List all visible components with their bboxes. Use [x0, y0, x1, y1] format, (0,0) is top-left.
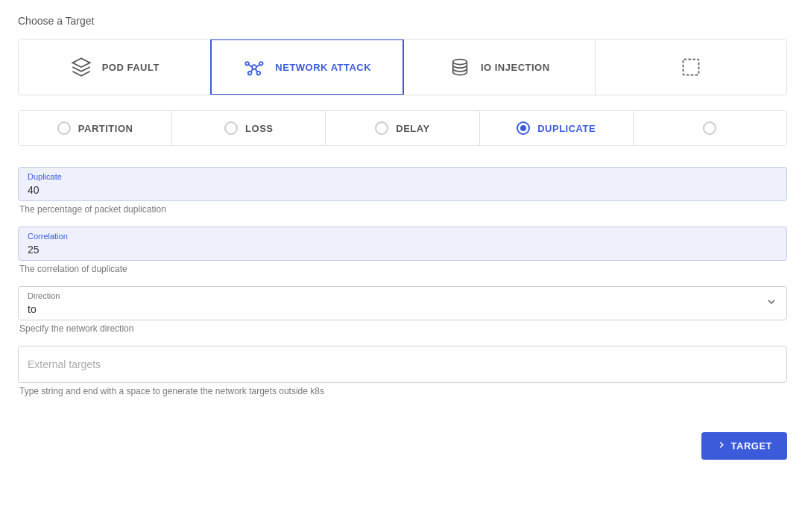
attack-type-loss[interactable]: LOSS [172, 111, 326, 145]
target-cards: POD FAULT NETWORK ATTACK [18, 39, 787, 95]
duplicate-hint: The percentage of packet duplication [18, 204, 787, 215]
attack-type-extra[interactable] [634, 111, 786, 145]
radio-loss [224, 121, 238, 135]
radio-partition [57, 121, 71, 135]
target-card-network-attack-label: NETWORK ATTACK [275, 62, 371, 73]
correlation-label: Correlation [28, 232, 68, 241]
target-card-pod-fault[interactable]: POD FAULT [19, 39, 211, 95]
external-targets-input[interactable] [18, 346, 787, 383]
direction-field-group: Direction to from both Specify the netwo… [18, 286, 787, 334]
duplicate-field-group: Duplicate The percentage of packet dupli… [18, 167, 787, 215]
next-target-button[interactable]: TARGET [701, 432, 787, 460]
bottom-bar: TARGET [18, 423, 787, 460]
external-targets-hint: Type string and end with a space to gene… [18, 386, 787, 396]
duplicate-label: Duplicate [28, 172, 62, 181]
attack-type-loss-label: LOSS [245, 123, 273, 134]
svg-point-9 [453, 60, 467, 65]
target-card-pod-fault-label: POD FAULT [102, 62, 160, 73]
attack-type-duplicate[interactable]: DUPLICATE [480, 111, 634, 145]
page-title: Choose a Target [18, 15, 787, 27]
radio-duplicate [517, 121, 530, 135]
attack-type-delay[interactable]: DELAY [326, 111, 479, 145]
next-button-label: TARGET [731, 440, 772, 452]
target-card-network-attack[interactable]: NETWORK ATTACK [210, 39, 405, 95]
target-card-other[interactable] [596, 39, 787, 95]
attack-types: PARTITION LOSS DELAY DUPLICATE [18, 110, 787, 146]
form-section: Duplicate The percentage of packet dupli… [18, 167, 787, 408]
direction-wrapper: Direction to from both [18, 286, 787, 320]
svg-line-8 [256, 69, 259, 72]
dashed-square-icon [679, 55, 703, 79]
svg-point-1 [246, 62, 250, 66]
attack-type-delay-label: DELAY [396, 123, 429, 134]
radio-extra [703, 121, 716, 135]
network-icon [242, 55, 266, 79]
svg-line-5 [249, 65, 252, 67]
direction-hint: Specify the network direction [18, 323, 787, 334]
svg-line-6 [256, 65, 259, 67]
attack-type-duplicate-label: DUPLICATE [537, 123, 596, 134]
duplicate-input[interactable] [19, 168, 786, 200]
direction-select[interactable]: to from both [19, 287, 786, 320]
cube-icon [69, 55, 93, 79]
correlation-field-group: Correlation The correlation of duplicate [18, 227, 787, 274]
attack-type-partition[interactable]: PARTITION [19, 111, 172, 145]
attack-type-partition-label: PARTITION [78, 123, 133, 134]
svg-point-2 [259, 62, 263, 66]
correlation-input[interactable] [19, 227, 786, 260]
svg-line-7 [251, 69, 254, 72]
chevron-right-icon [716, 440, 727, 452]
duplicate-field-wrapper: Duplicate [18, 167, 787, 201]
target-card-io-injection-label: IO INJECTION [481, 62, 550, 73]
direction-label: Direction [28, 291, 60, 300]
radio-delay [375, 121, 388, 135]
correlation-hint: The correlation of duplicate [18, 264, 787, 274]
target-card-io-injection[interactable]: IO INJECTION [403, 39, 596, 95]
correlation-field-wrapper: Correlation [18, 227, 787, 261]
svg-rect-10 [683, 60, 698, 75]
external-targets-field-group: Type string and end with a space to gene… [18, 346, 787, 396]
database-icon [448, 55, 472, 79]
